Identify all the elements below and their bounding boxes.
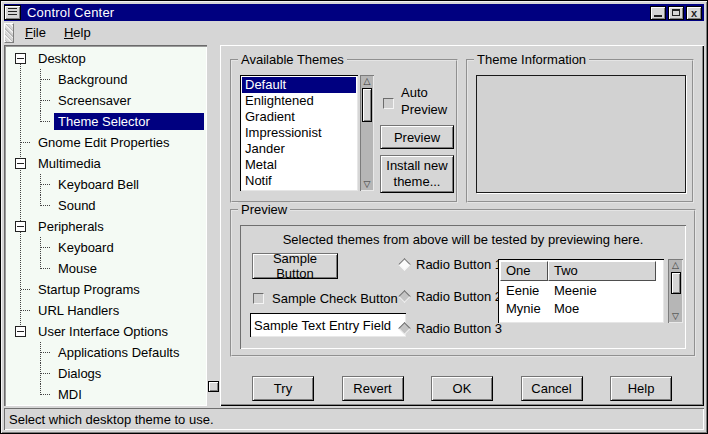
sidebar-item-label: Desktop	[34, 50, 90, 67]
sidebar-item-gnome-edit-properties[interactable]: Gnome Edit Properties	[7, 132, 204, 153]
theme-item-jander[interactable]: Jander	[242, 141, 356, 157]
ok-button[interactable]: OK	[431, 376, 493, 401]
dialog-actions: TryRevertOKCancelHelp	[230, 376, 694, 402]
minimize-icon	[654, 9, 662, 17]
sidebar-item-label: Mouse	[54, 260, 101, 277]
sidebar-item-background[interactable]: Background	[7, 69, 204, 90]
radio-button-label: Radio Button 2	[416, 289, 502, 304]
tree-connector	[40, 174, 50, 185]
theme-item-enlightened[interactable]: Enlightened	[242, 93, 356, 109]
auto-preview-label: Auto Preview	[401, 84, 457, 118]
theme-item-metal[interactable]: Metal	[242, 157, 356, 173]
sample-button[interactable]: Sample Button	[252, 253, 338, 279]
window-menu-button[interactable]	[4, 5, 21, 20]
tree-expander-minus-icon[interactable]	[15, 158, 26, 169]
table-cell: Eenie	[500, 283, 548, 298]
tree-expander-minus-icon[interactable]	[15, 326, 26, 337]
tree-connector	[21, 310, 30, 311]
cancel-button[interactable]: Cancel	[521, 376, 583, 401]
themes-list[interactable]: DefaultEnlightenedGradientImpressionistJ…	[240, 75, 358, 191]
table-row[interactable]: EenieMeenie	[500, 281, 662, 299]
theme-information-frame: Theme Information	[466, 59, 694, 203]
sample-text-entry[interactable]	[250, 313, 406, 337]
sidebar-item-sound[interactable]: Sound	[7, 195, 204, 216]
sidebar-item-applications-defaults[interactable]: Applications Defaults	[7, 342, 204, 363]
window-menu-icon	[8, 8, 17, 17]
sidebar-item-startup-programs[interactable]: Startup Programs	[7, 279, 204, 300]
scroll-up-icon[interactable]: △	[672, 259, 679, 272]
scroll-down-icon[interactable]: ▽	[672, 310, 679, 323]
menubar-drag-handle[interactable]	[4, 23, 14, 43]
tree-connector	[21, 142, 30, 143]
sidebar-item-peripherals[interactable]: Peripherals	[7, 216, 204, 237]
theme-item-notif[interactable]: Notif	[242, 173, 356, 189]
preview-note: Selected themes from above will be teste…	[240, 232, 686, 247]
sidebar-item-desktop[interactable]: Desktop	[7, 48, 204, 69]
sidebar-item-label: Startup Programs	[34, 281, 144, 298]
tree-expander-minus-icon[interactable]	[15, 221, 26, 232]
table-cell: Mynie	[500, 301, 548, 316]
category-tree: DesktopBackgroundScreensaverTheme Select…	[7, 48, 204, 403]
try-button[interactable]: Try	[252, 376, 314, 401]
radio-row-1[interactable]: Radio Button 1	[400, 255, 502, 273]
maximize-button[interactable]	[668, 6, 684, 20]
themes-scrollbar-thumb[interactable]	[362, 88, 372, 122]
menu-help[interactable]: Help	[55, 22, 100, 44]
table-header-row: OneTwo	[500, 261, 662, 281]
tree-connector	[20, 58, 21, 331]
sidebar-item-label: Keyboard Bell	[54, 176, 143, 193]
help-button[interactable]: Help	[610, 376, 672, 401]
theme-item-impressionist[interactable]: Impressionist	[242, 125, 356, 141]
themes-scrollbar[interactable]: △ ▽	[360, 75, 374, 191]
sidebar-item-label: URL Handlers	[34, 302, 123, 319]
sidebar-item-keyboard[interactable]: Keyboard	[7, 237, 204, 258]
radio-row-2[interactable]: Radio Button 2	[400, 287, 502, 305]
status-text: Select which desktop theme to use.	[9, 412, 214, 427]
radio-button-2-icon[interactable]	[398, 290, 411, 303]
statusbar: Select which desktop theme to use.	[4, 408, 704, 430]
table-row[interactable]: MynieMoe	[500, 299, 662, 317]
auto-preview-checkbox[interactable]	[383, 98, 394, 109]
sidebar-item-keyboard-bell[interactable]: Keyboard Bell	[7, 174, 204, 195]
preview-button[interactable]: Preview	[380, 125, 454, 149]
sidebar-item-theme-selector[interactable]: Theme Selector	[7, 111, 204, 132]
pane-divider-grip[interactable]	[208, 381, 219, 392]
sidebar-item-multimedia[interactable]: Multimedia	[7, 153, 204, 174]
close-button[interactable]: x	[686, 6, 702, 20]
sidebar-item-label: Dialogs	[54, 365, 105, 382]
titlebar[interactable]: Control Center x	[4, 4, 704, 21]
available-themes-title: Available Themes	[238, 52, 347, 67]
sidebar-item-screensaver[interactable]: Screensaver	[7, 90, 204, 111]
scroll-down-icon[interactable]: ▽	[364, 178, 371, 191]
menubar: FileHelp	[4, 22, 704, 44]
tree-connector	[40, 342, 50, 353]
category-tree-panel: DesktopBackgroundScreensaverTheme Select…	[4, 45, 207, 406]
sidebar-item-label: Screensaver	[54, 92, 135, 109]
sidebar-item-url-handlers[interactable]: URL Handlers	[7, 300, 204, 321]
install-new-theme-button[interactable]: Install new theme...	[380, 155, 454, 193]
tree-expander-minus-icon[interactable]	[15, 53, 26, 64]
theme-item-gradient[interactable]: Gradient	[242, 109, 356, 125]
sidebar-item-mdi[interactable]: MDI	[7, 384, 204, 405]
revert-button[interactable]: Revert	[342, 376, 404, 401]
window-title: Control Center	[23, 5, 650, 20]
sidebar-item-mouse[interactable]: Mouse	[7, 258, 204, 279]
pane-divider[interactable]	[207, 45, 220, 406]
minimize-button[interactable]	[650, 6, 666, 20]
column-header-two[interactable]: Two	[548, 261, 656, 281]
scroll-up-icon[interactable]: △	[364, 75, 371, 88]
sidebar-item-dialogs[interactable]: Dialogs	[7, 363, 204, 384]
theme-item-default[interactable]: Default	[242, 77, 356, 93]
radio-button-3-icon[interactable]	[398, 322, 411, 335]
preview-frame: Preview Selected themes from above will …	[230, 209, 696, 357]
sample-check-label: Sample Check Button	[272, 291, 398, 306]
column-header-one[interactable]: One	[500, 261, 548, 281]
table-scrollbar-thumb[interactable]	[671, 272, 681, 294]
radio-row-3[interactable]: Radio Button 3	[400, 319, 502, 337]
menu-file[interactable]: File	[16, 22, 55, 44]
sidebar-item-user-interface-options[interactable]: User Interface Options	[7, 321, 204, 342]
sample-table[interactable]: OneTwoEenieMeenieMynieMoe	[498, 259, 664, 323]
sample-checkbox[interactable]	[253, 293, 264, 304]
table-scrollbar[interactable]: △ ▽	[668, 259, 683, 323]
radio-button-1-icon[interactable]	[398, 258, 411, 271]
